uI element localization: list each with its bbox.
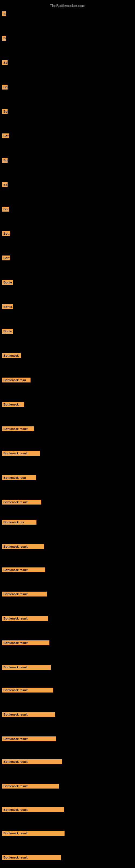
bar-label: Bo xyxy=(2,109,8,114)
bar-label: B xyxy=(2,11,6,16)
bar-row: Bott xyxy=(0,230,12,238)
bar-row: Bottleneck resu xyxy=(0,376,33,384)
bar-label: Bottleneck result xyxy=(2,784,59,788)
site-title: TheBottlenecker.com xyxy=(0,1,135,10)
bar-label: Bottle xyxy=(2,304,13,309)
bar-label: Bottleneck result xyxy=(2,665,51,670)
bar-row: Bottleneck resu xyxy=(0,474,38,482)
bar-row: Bottleneck res xyxy=(0,519,39,527)
bar-label: Bottleneck result xyxy=(2,712,55,717)
bar-row: Bot xyxy=(0,132,11,141)
bar-label: Bot xyxy=(2,207,9,212)
bar-label: Bottleneck result xyxy=(2,759,62,764)
bar-label: Bottleneck result xyxy=(2,737,56,741)
bar-label: Bo xyxy=(2,182,8,187)
bar-label: Bottleneck result xyxy=(2,688,53,692)
bar-row: Bottleneck result xyxy=(0,639,52,648)
bar-label: B xyxy=(2,36,6,41)
bar-row: Bottleneck result xyxy=(0,806,66,814)
bar-label: Bo xyxy=(2,60,8,65)
bar-row: Bo xyxy=(0,157,10,165)
bar-label: Bo xyxy=(2,158,8,163)
bar-row: Bottleneck r xyxy=(0,401,27,409)
bar-label: Bottleneck result xyxy=(2,831,64,836)
bar-row: Bottle xyxy=(0,328,15,336)
bar-row: Bottleneck result xyxy=(0,543,46,551)
bar-label: Bottle xyxy=(2,329,13,334)
bar-label: Bottleneck result xyxy=(2,641,49,645)
bar-row: Bottleneck result xyxy=(0,711,57,719)
bar-label: Bottleneck result xyxy=(2,426,34,431)
bar-label: Bottleneck result xyxy=(2,500,41,504)
bar-row: Bottleneck result xyxy=(0,450,42,458)
bar-row: Bo xyxy=(0,181,10,189)
bar-label: Bottleneck result xyxy=(2,544,44,549)
bar-row: Bottleneck result xyxy=(0,664,53,672)
bar-row: Bottleneck result xyxy=(0,854,63,862)
bar-label: Bo xyxy=(2,85,8,90)
bar-row: Bottleneck result xyxy=(0,499,43,507)
bar-row: Bo xyxy=(0,59,10,67)
bar-label: Bottleneck xyxy=(2,353,21,358)
bar-label: Bott xyxy=(2,255,10,260)
bar-row: Bottleneck result xyxy=(0,735,58,744)
bar-label: Bottleneck resu xyxy=(2,475,36,480)
bar-label: Bottleneck res xyxy=(2,520,37,525)
bar-row: Bottleneck result xyxy=(0,590,49,599)
bar-row: Bo xyxy=(0,84,10,92)
bar-row: Bottleneck xyxy=(0,352,23,360)
bar-row: Bottleneck result xyxy=(0,782,61,791)
bar-row: B xyxy=(0,10,8,19)
bar-row: Bottle xyxy=(0,279,15,287)
bar-label: Bottleneck result xyxy=(2,567,45,572)
bar-row: Bottleneck result xyxy=(0,758,64,766)
bar-label: Bot xyxy=(2,133,9,138)
bar-row: B xyxy=(0,35,8,43)
bar-row: Bottleneck result xyxy=(0,615,50,623)
bar-row: Bottleneck result xyxy=(0,686,55,695)
bar-row: Bo xyxy=(0,108,10,116)
bar-label: Bottle xyxy=(2,280,13,285)
bar-label: Bottleneck resu xyxy=(2,378,31,382)
bar-label: Bottleneck result xyxy=(2,807,64,812)
bar-label: Bottleneck result xyxy=(2,855,61,860)
bar-label: Bott xyxy=(2,231,10,236)
bar-row: Bottleneck result xyxy=(0,566,48,575)
bar-row: Bottleneck result xyxy=(0,425,36,433)
bar-row: Bottle xyxy=(0,303,15,311)
bar-label: Bottleneck result xyxy=(2,451,40,456)
bar-label: Bottleneck r xyxy=(2,402,24,407)
bar-label: Bottleneck result xyxy=(2,616,48,621)
bar-label: Bottleneck result xyxy=(2,592,47,596)
bar-row: Bot xyxy=(0,206,11,214)
bar-row: Bott xyxy=(0,254,12,262)
bar-row: Bottleneck result xyxy=(0,830,67,838)
